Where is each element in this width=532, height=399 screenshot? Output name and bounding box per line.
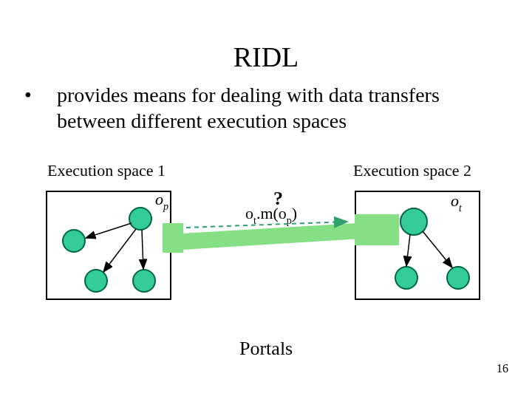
- call-pre: o: [245, 204, 253, 222]
- ot-label: ot: [451, 191, 462, 213]
- call-sub2: p: [287, 215, 292, 226]
- portal-left: [163, 223, 183, 253]
- bullet-line: •provides means for dealing with data tr…: [41, 82, 502, 134]
- ot-base: o: [451, 191, 459, 210]
- call-label: ot.m(op): [245, 204, 297, 225]
- bullet-text: provides means for dealing with data tra…: [57, 83, 440, 132]
- space2-label: Execution space 2: [353, 161, 471, 180]
- op-base: o: [155, 190, 163, 208]
- space1-label: Execution space 1: [47, 161, 166, 180]
- call-sub1: t: [253, 215, 256, 226]
- page-number: 16: [497, 362, 508, 375]
- page-title: RIDL: [0, 41, 532, 73]
- footer-label: Portals: [239, 338, 293, 360]
- bullet-dot: •: [41, 82, 57, 108]
- space1-box: [46, 191, 171, 300]
- op-label: op: [155, 190, 168, 211]
- ot-sub: t: [459, 202, 462, 214]
- portal-right: [355, 214, 399, 245]
- op-sub: p: [163, 201, 168, 212]
- call-mid: .m(o: [256, 204, 287, 222]
- call-post: ): [292, 204, 297, 222]
